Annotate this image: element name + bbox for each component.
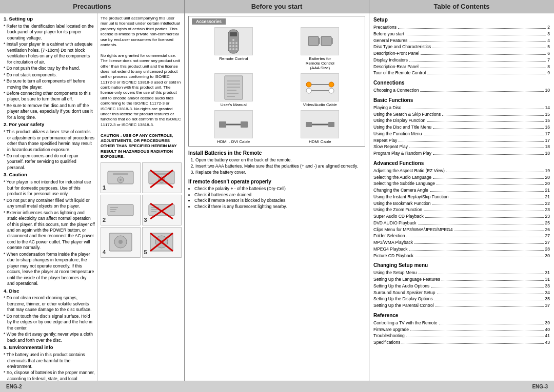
license-text: The product unit accompanying this user … <box>101 16 182 160</box>
svg-point-54 <box>329 88 334 93</box>
page-number-right: ENG-3 <box>532 384 548 389</box>
if-remote-item-3: Check if remote sensor is blocked by obs… <box>194 198 365 204</box>
if-remote-section: If remote doesn't operate properly Check… <box>188 179 365 211</box>
warning-img-6: 5 <box>142 227 182 258</box>
svg-point-31 <box>229 42 231 44</box>
warning-images-grid: 1 <box>101 162 182 258</box>
section1-item2: * Install your player in a cabinet with … <box>4 42 95 65</box>
svg-point-32 <box>232 42 234 44</box>
if-remote-item-1: Check the polarity + - of the batteries … <box>194 186 365 192</box>
section3-title: 3. Caution <box>4 172 95 178</box>
svg-point-51 <box>306 82 311 87</box>
toc-setup-menu-title: Changing Setup menu <box>373 261 550 269</box>
accessories-box: Accessories <box>188 16 365 147</box>
toc-advanced-section: Advanced Functions Adjusting the Aspect … <box>373 159 550 259</box>
precautions-header: Precautions <box>0 0 185 13</box>
svg-rect-40 <box>308 36 319 46</box>
section1-item5: * Be sure to turn all components off bef… <box>4 78 95 90</box>
warning-img-2 <box>142 162 182 193</box>
remote-label: Remote Control <box>219 56 248 61</box>
section1-item7: * Be sure to remove the disc and turn of… <box>4 103 95 120</box>
section1-item4: * Do not stack components. <box>4 72 95 78</box>
accessory-hdmi: HDMI Cable <box>279 110 362 144</box>
hdmi-dvi-label: HDMI - DVI Cable <box>217 139 250 144</box>
toc-setup-title: Setup <box>373 16 550 24</box>
if-remote-item-4: Check if there is any fluorescent lighti… <box>194 204 365 210</box>
svg-rect-10 <box>108 204 133 216</box>
toc-setup-menu-section: Changing Setup menu Using the Setup Menu… <box>373 261 550 309</box>
svg-point-36 <box>235 45 238 47</box>
svg-point-34 <box>229 45 231 47</box>
section1-item3: * Do not push the disc tray by the hand. <box>4 66 95 71</box>
warning-img-3: 2 <box>101 195 141 225</box>
precautions-column: 1. Setting up * Refer to the identificat… <box>0 13 185 381</box>
svg-rect-41 <box>319 38 320 44</box>
svg-point-53 <box>329 82 334 87</box>
page-number-left: ENG-2 <box>6 384 22 389</box>
toc-connections-section: Connections Choosing a Connection10 <box>373 79 550 94</box>
warning-img-4: 3 <box>142 195 182 225</box>
warning-img-5: 4 <box>101 227 141 258</box>
toc-connections-title: Connections <box>373 79 550 87</box>
section3-item1: * Your player is not intended for indust… <box>4 179 95 197</box>
svg-rect-42 <box>321 36 331 46</box>
if-remote-item-2: Check if batteries are drained. <box>194 192 365 198</box>
section5-item2: * So, dispose of batteries in the proper… <box>4 370 95 381</box>
svg-rect-55 <box>219 121 226 128</box>
svg-rect-43 <box>331 38 333 44</box>
section3-item2: * Do not put any container filled with l… <box>4 198 95 210</box>
toc-reference-title: Reference <box>373 312 550 319</box>
batteries-label: Batteries forRemote Control(AAA Size) <box>306 56 334 70</box>
svg-rect-57 <box>306 122 312 127</box>
svg-point-30 <box>232 39 234 41</box>
accessory-av-cable: Video/Audio Cable <box>279 73 362 107</box>
section2-title: 2. For your safety <box>4 121 95 128</box>
svg-rect-14 <box>149 204 174 216</box>
toc-header: Table of Contents <box>369 0 554 13</box>
if-remote-title: If remote doesn't operate properly <box>188 179 365 184</box>
section5-title: 5. Environmental info <box>4 344 95 351</box>
svg-point-38 <box>232 48 234 50</box>
svg-rect-1 <box>113 173 128 175</box>
svg-point-37 <box>229 48 231 50</box>
av-cable-label: Video/Audio Cable <box>303 102 337 107</box>
bottom-bar: ENG-2 ENG-3 <box>0 381 554 392</box>
before-header: Before you start <box>185 0 369 13</box>
toc-setup-section: Setup Precautions2 Before you start3 Gen… <box>373 16 550 76</box>
install-batteries-section: Install Batteries in the Remote Open the… <box>188 150 365 176</box>
toc-basic-section: Basic Functions Playing a Disc14 Using t… <box>373 96 550 157</box>
section2-item2: * Do not open covers and do not repair y… <box>4 153 95 171</box>
install-step-2: Insert two AAA batteries. Make sure that… <box>195 163 365 170</box>
hdmi-label: HDMI Cable <box>309 139 331 144</box>
section5-item1: * The battery used in this product conta… <box>4 352 95 369</box>
section2-item1: * This product utilizes a laser. Use of … <box>4 129 95 153</box>
section4-item1: * Do not clean record-cleaning sprays, b… <box>4 295 95 313</box>
section3-item3: * Exterior influences such as lightning … <box>4 210 95 251</box>
warning-img-1: 1 <box>101 162 141 193</box>
manual-label: User's Manual <box>221 102 247 107</box>
toc-reference-section: Reference Controlling a TV with the Remo… <box>373 312 550 346</box>
section4-title: 4. Disc <box>4 288 95 295</box>
svg-rect-58 <box>328 122 334 127</box>
before-column: Accessories <box>185 13 369 381</box>
section4-item3: * Wipe the dirt away gently; never wipe … <box>4 332 95 343</box>
toc-column: Setup Precautions2 Before you start3 Gen… <box>369 13 554 381</box>
toc-advanced-title: Advanced Functions <box>373 159 550 167</box>
svg-rect-44 <box>225 76 243 99</box>
install-step-1: Open the battery cover on the back of th… <box>195 157 365 163</box>
accessory-hdmi-dvi: HDMI - DVI Cable <box>192 110 275 144</box>
section1-title: 1. Setting up <box>4 16 95 23</box>
svg-point-3 <box>120 179 122 181</box>
section4-item2: * Do not touch the disc's signal surface… <box>4 314 95 331</box>
accessory-remote: Remote Control <box>192 27 275 70</box>
svg-point-52 <box>306 88 311 93</box>
svg-rect-56 <box>241 121 248 128</box>
svg-point-35 <box>232 45 234 47</box>
accessory-manual: User's Manual <box>192 73 275 107</box>
svg-point-22 <box>118 240 123 244</box>
accessories-label: Accessories <box>192 18 226 25</box>
toc-basic-title: Basic Functions <box>373 96 550 104</box>
section1-item1: * Refer to the identification label loca… <box>4 24 95 41</box>
section3-item4: * When condensation forms inside the pla… <box>4 252 95 287</box>
install-title: Install Batteries in the Remote <box>188 150 365 156</box>
